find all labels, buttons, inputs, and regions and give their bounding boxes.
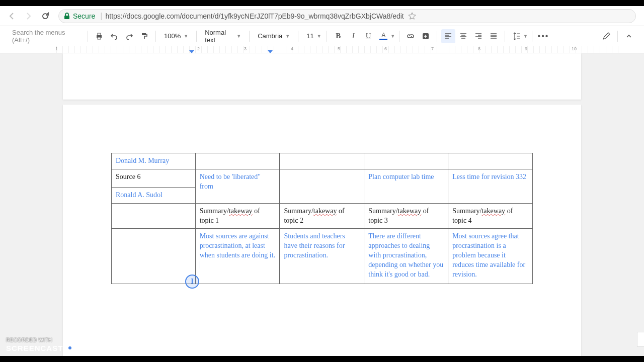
side-widget	[637, 332, 644, 347]
toolbar-sep	[327, 31, 327, 42]
svg-rect-2	[98, 33, 101, 35]
svg-rect-3	[98, 37, 101, 39]
toolbar-sep	[437, 31, 437, 42]
more-button[interactable]: •••	[536, 29, 550, 43]
lock-icon	[64, 13, 70, 20]
table-row[interactable]: Source 6 Ronald A. Sudol Need to be 'lib…	[112, 169, 533, 203]
chevron-down-icon[interactable]: ▼	[390, 34, 395, 39]
svg-rect-4	[142, 33, 146, 35]
print-button[interactable]	[92, 29, 106, 43]
document-page[interactable]: Donald M. Murray Source 6 Ronald A. Sudo…	[63, 105, 581, 356]
svg-rect-0	[64, 16, 69, 19]
toolbar-sep	[88, 31, 88, 42]
cell[interactable]: Need to be 'liberated" from	[195, 169, 280, 203]
align-right-button[interactable]	[471, 29, 486, 43]
menu-search[interactable]: Search the menus (Alt+/)	[8, 29, 84, 44]
style-value: Normal text	[205, 29, 233, 44]
cell-empty[interactable]	[112, 229, 196, 284]
ruler-num: 1	[55, 46, 58, 51]
ruler-num: 6	[384, 46, 387, 51]
cell-summary-header[interactable]: Summary/takeway of topic 2	[280, 203, 364, 229]
toolbar-sep	[532, 31, 532, 42]
content-table[interactable]: Donald M. Murray Source 6 Ronald A. Sudo…	[111, 153, 533, 284]
chevron-down-icon: ▼	[285, 34, 290, 39]
cell-source[interactable]: Source 6 Ronald A. Sudol	[112, 169, 196, 203]
reload-button[interactable]	[39, 10, 51, 22]
summary-text: Most sources are against procrastination…	[200, 232, 275, 259]
align-left-button[interactable]	[441, 29, 455, 43]
bottom-letterbox	[0, 356, 644, 362]
source-label: Source 6	[112, 169, 195, 188]
underline-button[interactable]: U	[361, 29, 375, 43]
ruler-num: 5	[338, 46, 340, 51]
toolbar-sep	[399, 31, 399, 42]
ruler-num: 4	[291, 46, 293, 51]
cell-summary-active[interactable]: Most sources are against procrastination…	[195, 229, 280, 284]
document-workspace[interactable]: Donald M. Murray Source 6 Ronald A. Sudo…	[0, 53, 644, 362]
toolbar-sep	[249, 31, 250, 42]
cell-author[interactable]: Donald M. Murray	[112, 153, 196, 169]
chevron-down-icon[interactable]: ▼	[523, 34, 528, 39]
ruler-num: 7	[431, 46, 434, 51]
chevron-down-icon: ▼	[236, 34, 241, 39]
horizontal-ruler[interactable]: 1 2 3 4 5 6 7 8 9 10	[0, 46, 644, 53]
cell-summary[interactable]: There are different approaches to dealin…	[364, 229, 448, 284]
insert-link-button[interactable]	[404, 29, 418, 43]
cell-empty[interactable]	[112, 203, 196, 229]
toolbar-sep	[298, 31, 298, 42]
watermark-line2: SCREENCASTMATIC	[6, 343, 103, 353]
back-button[interactable]	[6, 10, 18, 22]
cell-summary-header[interactable]: Summary/takeway of topic 3	[364, 203, 448, 229]
undo-button[interactable]	[107, 29, 121, 43]
font-select[interactable]: Cambria▼	[254, 30, 294, 43]
forward-button[interactable]	[22, 10, 34, 22]
ruler-num: 3	[244, 46, 247, 51]
ruler-num: 9	[525, 46, 527, 51]
bookmark-star-icon[interactable]	[408, 12, 418, 20]
url-text: https://docs.google.com/document/d/1yfk9…	[106, 12, 404, 20]
editing-mode-button[interactable]	[599, 29, 613, 43]
address-bar[interactable]: Secure | https://docs.google.com/documen…	[58, 9, 636, 23]
line-spacing-button[interactable]	[509, 29, 523, 43]
font-size-select[interactable]: 11▼	[302, 30, 323, 43]
chevron-down-icon: ▼	[317, 34, 321, 39]
table-row[interactable]: Donald M. Murray	[112, 153, 533, 169]
cell[interactable]: Less time for revision 332	[448, 169, 533, 203]
paint-format-button[interactable]	[137, 29, 151, 43]
text-cursor	[200, 261, 200, 268]
zoom-select[interactable]: 100%▼	[160, 30, 192, 43]
toolbar-sep	[196, 31, 197, 42]
cell-empty[interactable]	[448, 153, 533, 169]
cell-empty[interactable]	[364, 153, 448, 169]
text-color-button[interactable]: A	[376, 29, 390, 43]
italic-button[interactable]: I	[346, 29, 360, 43]
align-center-button[interactable]	[456, 29, 470, 43]
add-comment-button[interactable]	[419, 29, 433, 43]
cell-empty[interactable]	[280, 153, 364, 169]
page-prev-bottom	[63, 53, 581, 100]
watermark-o-icon	[65, 343, 75, 353]
redo-button[interactable]	[122, 29, 136, 43]
hide-menus-button[interactable]	[622, 29, 636, 43]
cell-summary[interactable]: Students and teachers have their reasons…	[280, 229, 364, 284]
screencast-watermark: RECORDED WITH SCREENCASTMATIC	[6, 337, 103, 353]
align-justify-button[interactable]	[487, 29, 501, 43]
cell-summary-header[interactable]: Summary/takeway of topic 1	[195, 203, 280, 229]
ruler-num: 10	[572, 46, 577, 51]
cell-empty[interactable]	[195, 153, 280, 169]
table-row[interactable]: Most sources are against procrastination…	[112, 229, 533, 284]
docs-toolbar: Search the menus (Alt+/) 100%▼ Normal te…	[0, 26, 644, 46]
cell-summary[interactable]: Most sources agree that procrastination …	[448, 229, 533, 284]
ruler-num: 2	[197, 46, 200, 51]
browser-chrome-bar: Secure | https://docs.google.com/documen…	[0, 6, 644, 26]
cell-empty[interactable]	[280, 169, 364, 203]
bold-button[interactable]: B	[331, 29, 345, 43]
table-row[interactable]: Summary/takeway of topic 1 Summary/takew…	[112, 203, 533, 229]
toolbar-sep	[617, 31, 618, 42]
size-value: 11	[306, 32, 313, 40]
toolbar-sep	[155, 31, 156, 42]
paragraph-style-select[interactable]: Normal text▼	[201, 30, 245, 43]
cell[interactable]: Plan computer lab time	[364, 169, 448, 203]
addr-divider: |	[100, 12, 102, 21]
cell-summary-header[interactable]: Summary/takeway of topic 4	[448, 203, 533, 229]
